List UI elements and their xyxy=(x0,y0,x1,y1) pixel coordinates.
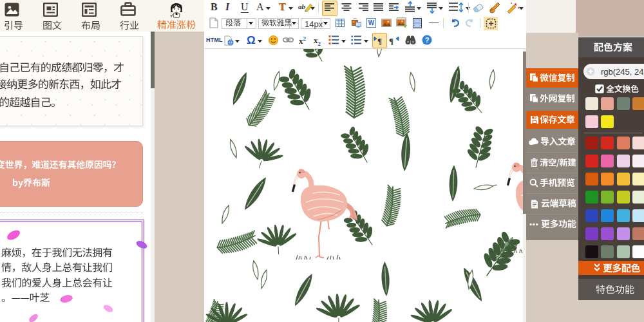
svg-text:¶: ¶ xyxy=(389,36,393,45)
svg-text:¶: ¶ xyxy=(377,36,382,45)
svg-text:?: ? xyxy=(425,36,430,44)
